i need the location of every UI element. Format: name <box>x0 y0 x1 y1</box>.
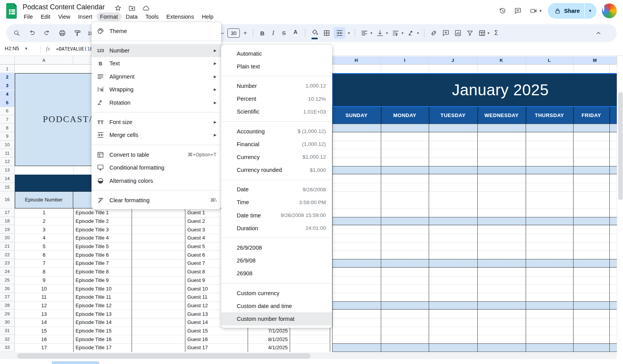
bold-button[interactable]: B <box>257 30 267 37</box>
calendar-day-header-thursday[interactable]: THURSDAY <box>526 107 573 124</box>
calendar-date-row[interactable] <box>332 301 617 310</box>
cell-episode-number[interactable]: 5 <box>15 242 73 251</box>
number-format-item-custom-number-format[interactable]: Custom number format <box>221 312 332 325</box>
format-menu-item-wrapping[interactable]: Wrapping▶ <box>92 83 221 96</box>
meet-button[interactable]: ▼ <box>528 6 542 16</box>
calendar-content-row[interactable] <box>332 327 617 335</box>
version-history-icon[interactable] <box>497 6 507 16</box>
horizontal-align-button[interactable]: ▼ <box>359 28 373 38</box>
cell-episode-title[interactable]: Episode Title 10 <box>73 284 132 293</box>
paint-format-icon[interactable] <box>72 28 83 38</box>
month-banner-cell[interactable]: January 2025 <box>332 73 617 107</box>
row-header-31[interactable]: 31 <box>0 327 15 335</box>
row-header-28[interactable]: 28 <box>0 301 15 310</box>
grid-corner-box[interactable] <box>0 56 15 65</box>
format-menu-item-number[interactable]: 123Number▶ <box>92 44 221 57</box>
share-main[interactable]: Share <box>548 7 584 14</box>
merge-caret-icon[interactable]: ▼ <box>347 32 350 35</box>
menubar-item-data[interactable]: Data <box>122 12 141 21</box>
calendar-content-row[interactable] <box>332 276 617 285</box>
sheets-logo-icon[interactable] <box>6 3 18 19</box>
menubar-item-insert[interactable]: Insert <box>75 12 96 21</box>
cell-episode-number[interactable]: 6 <box>15 250 73 259</box>
insert-comment-icon[interactable] <box>441 28 451 38</box>
number-format-item-custom-currency[interactable]: Custom currency <box>221 287 332 299</box>
cell-episode-title[interactable]: Episode Title 2 <box>73 217 132 226</box>
cell-episode-title[interactable]: Episode Title 17 <box>73 343 132 352</box>
column-header-L[interactable]: L <box>526 56 573 65</box>
format-menu-item-text[interactable]: BText▶ <box>92 57 221 70</box>
column-header-K[interactable]: K <box>477 56 526 65</box>
row-header-5[interactable]: 5 <box>0 98 15 107</box>
calendar-content-row[interactable] <box>332 268 617 276</box>
increase-font-size-button[interactable]: + <box>242 30 248 37</box>
cell-episode-title[interactable]: Episode Title 13 <box>73 310 132 318</box>
calendar-content-row[interactable] <box>332 158 617 166</box>
menubar-item-help[interactable]: Help <box>198 12 217 21</box>
undo-icon[interactable] <box>27 28 37 38</box>
formula-input[interactable]: =DATEVALUE(1& <box>56 46 93 52</box>
row-header-12[interactable]: 12 <box>0 158 15 166</box>
table-views-button[interactable]: ▼ <box>477 28 490 38</box>
number-format-item-custom-date-and-time[interactable]: Custom date and time <box>221 299 332 312</box>
cell-episode-title[interactable]: Episode Title 6 <box>73 250 132 259</box>
number-format-item-duration[interactable]: Duration24:01:00 <box>221 222 332 234</box>
number-format-item-percent[interactable]: Percent10.12% <box>221 93 332 105</box>
number-format-item-currency[interactable]: Currency$1,000.12 <box>221 150 332 163</box>
row-header-33[interactable]: 33 <box>0 343 15 352</box>
text-color-button[interactable]: A <box>290 29 301 37</box>
cell-episode-number[interactable]: 1 <box>15 208 73 217</box>
row-header-26[interactable]: 26 <box>0 284 15 293</box>
cell-episode-title[interactable]: Episode Title 7 <box>73 259 132 268</box>
column-header-H[interactable]: H <box>332 56 381 65</box>
format-menu-item-rotation[interactable]: Rotation▶ <box>92 96 221 109</box>
star-icon[interactable] <box>113 3 123 13</box>
text-wrapping-button[interactable]: ▼ <box>391 28 404 38</box>
search-icon[interactable] <box>12 28 22 38</box>
functions-button[interactable]: Σ <box>492 30 500 37</box>
fill-color-button[interactable] <box>310 27 320 39</box>
menubar-item-file[interactable]: File <box>20 12 36 21</box>
menubar-item-view[interactable]: View <box>55 12 74 21</box>
number-format-item-financial[interactable]: Financial(1,000.12) <box>221 138 332 150</box>
print-icon[interactable] <box>57 28 67 38</box>
calendar-content-row[interactable] <box>332 234 617 242</box>
row-header-4[interactable]: 4 <box>0 90 15 99</box>
cell-episode-title[interactable]: Episode Title 1 <box>73 208 132 217</box>
row-header-21[interactable]: 21 <box>0 242 15 251</box>
cell-episode-number[interactable]: 2 <box>15 217 73 226</box>
cell-episode-number[interactable]: 8 <box>15 268 73 276</box>
cell-episode-number[interactable]: 12 <box>15 301 73 310</box>
cell-record-date[interactable]: 8/1/2025 <box>248 335 290 343</box>
number-format-item-26-9-2008[interactable]: 26/9/2008 <box>221 241 332 254</box>
row-header-17[interactable]: 17 <box>0 208 15 217</box>
calendar-date-row[interactable] <box>332 343 617 352</box>
cell-empty[interactable] <box>132 318 185 327</box>
calendar-day-header-sunday[interactable]: SUNDAY <box>332 107 381 124</box>
calendar-day-header-friday[interactable]: FRIDAY <box>573 107 609 124</box>
cell-guest[interactable]: Guest 16 <box>185 335 248 343</box>
episode-number-header-cell[interactable]: Episode Number <box>15 191 73 208</box>
calendar-content-row[interactable] <box>332 250 617 259</box>
cell-episode-title[interactable]: Episode Title 14 <box>73 318 132 327</box>
cell-episode-number[interactable]: 16 <box>15 335 73 343</box>
row-header-19[interactable]: 19 <box>0 225 15 234</box>
cell-record-date[interactable]: 4/1/2025 <box>248 343 290 352</box>
row-header-8[interactable]: 8 <box>0 124 15 132</box>
row-header-22[interactable]: 22 <box>0 250 15 259</box>
cell-empty[interactable] <box>132 225 185 234</box>
format-menu-item-alternating-colors[interactable]: Alternating colors <box>92 174 221 187</box>
horizontal-scrollbar-thumb[interactable] <box>18 354 310 359</box>
name-box[interactable]: H2:N5 ▼ <box>5 46 33 51</box>
calendar-day-header-wednesday[interactable]: WEDNESDAY <box>477 107 526 124</box>
cell-empty[interactable] <box>132 327 185 335</box>
share-button[interactable]: Share ▼ <box>548 3 597 19</box>
number-format-item-scientific[interactable]: Scientific1.01E+03 <box>221 105 332 118</box>
font-size-input[interactable]: 30 <box>227 28 240 38</box>
format-menu-item-merge-cells[interactable]: Merge cells▶ <box>92 129 221 142</box>
calendar-content-row[interactable] <box>332 208 617 217</box>
cell-episode-title[interactable]: Episode Title 16 <box>73 335 132 343</box>
cell-empty[interactable] <box>132 242 185 251</box>
row-header-27[interactable]: 27 <box>0 293 15 301</box>
comment-history-icon[interactable] <box>513 6 523 16</box>
